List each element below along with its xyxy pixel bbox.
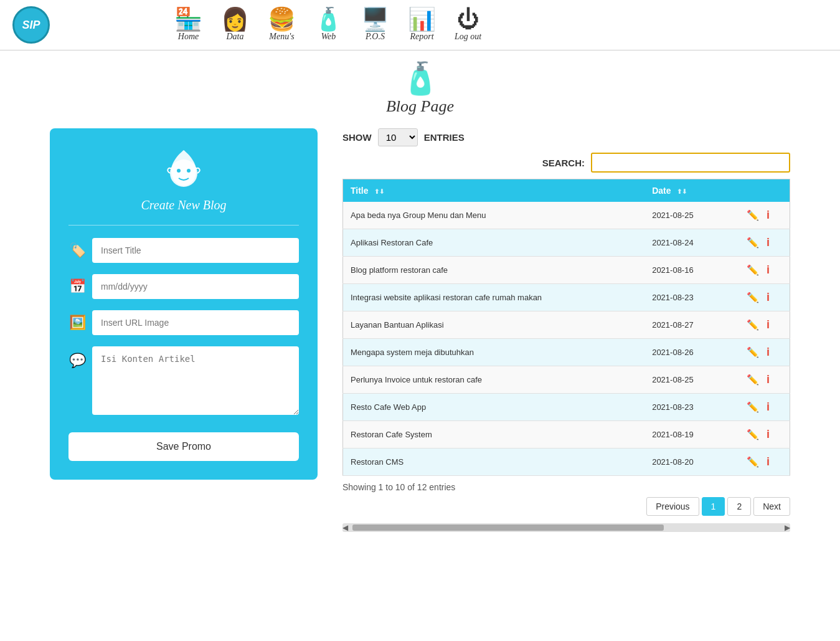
- entries-select[interactable]: 10 25 50 100: [378, 128, 418, 146]
- delete-button[interactable]: i: [764, 207, 772, 223]
- table-row: Apa beda nya Group Menu dan Menu 2021-08…: [343, 202, 790, 229]
- delete-button[interactable]: i: [764, 427, 772, 442]
- delete-button[interactable]: i: [764, 262, 772, 278]
- svg-point-1: [177, 169, 181, 173]
- cell-actions: ✏️ i: [727, 394, 790, 421]
- cell-actions: ✏️ i: [727, 229, 790, 257]
- tag-icon: 🏷️: [68, 242, 86, 259]
- pagination-row: Previous 1 2 Next: [342, 497, 790, 516]
- delete-button[interactable]: i: [764, 290, 772, 305]
- form-panel: Create New Blog 🏷️ 📅 🖼️ 💬 Save Promo: [50, 128, 318, 480]
- search-label: SEARCH:: [542, 158, 585, 168]
- cell-title: Layanan Bantuan Aplikasi: [343, 311, 645, 339]
- table-row: Integrasi website aplikasi restoran cafe…: [343, 284, 790, 311]
- cell-title: Apa beda nya Group Menu dan Menu: [343, 202, 645, 229]
- table-row: Mengapa system meja dibutuhkan 2021-08-2…: [343, 339, 790, 366]
- nav-report[interactable]: 📊 Report: [408, 8, 436, 42]
- scrollbar-thumb[interactable]: [352, 525, 664, 531]
- cell-title: Perlunya Invoice untuk restoran cafe: [343, 366, 645, 394]
- search-row: SEARCH:: [342, 153, 790, 173]
- delete-button[interactable]: i: [764, 454, 772, 470]
- horizontal-scrollbar[interactable]: ◀ ▶: [342, 523, 790, 532]
- cell-actions: ✏️ i: [727, 257, 790, 284]
- cell-title: Restoran CMS: [343, 449, 645, 476]
- edit-button[interactable]: ✏️: [744, 427, 762, 442]
- cell-date: 2021-08-24: [644, 229, 727, 257]
- table-controls: SHOW 10 25 50 100 ENTRIES: [342, 128, 790, 146]
- delete-button[interactable]: i: [764, 317, 772, 333]
- delete-button[interactable]: i: [764, 399, 772, 415]
- edit-button[interactable]: ✏️: [744, 208, 762, 222]
- edit-button[interactable]: ✏️: [744, 400, 762, 414]
- form-divider: [68, 225, 299, 226]
- table-row: Restoran Cafe System 2021-08-19 ✏️ i: [343, 421, 790, 449]
- logo[interactable]: SIP: [12, 6, 50, 44]
- cell-title: Resto Cafe Web App: [343, 394, 645, 421]
- nav-web-label: Web: [321, 32, 336, 42]
- cell-date: 2021-08-19: [644, 421, 727, 449]
- title-row: 🏷️: [68, 238, 299, 263]
- edit-button[interactable]: ✏️: [744, 345, 762, 359]
- nav-pos-label: P.O.S: [366, 32, 385, 42]
- nav-data[interactable]: 👩 Data: [221, 8, 249, 42]
- page-header: 🧴 Blog Page: [0, 50, 840, 122]
- nav-pos[interactable]: 🖥️ P.O.S: [361, 8, 389, 42]
- col-title[interactable]: Title ⬆⬇: [343, 179, 645, 202]
- edit-button[interactable]: ✏️: [744, 263, 762, 277]
- top-nav: SIP 🏪 Home 👩 Data 🍔 Menu's 🧴 Web 🖥️ P.O.…: [0, 0, 840, 50]
- edit-button[interactable]: ✏️: [744, 235, 762, 250]
- page-title: Blog Page: [386, 97, 454, 116]
- date-sort-arrows: ⬆⬇: [677, 188, 687, 195]
- edit-button[interactable]: ✏️: [744, 318, 762, 332]
- next-button[interactable]: Next: [753, 497, 790, 516]
- search-input[interactable]: [591, 153, 790, 173]
- cell-date: 2021-08-20: [644, 449, 727, 476]
- svg-point-2: [187, 169, 191, 173]
- col-date[interactable]: Date ⬆⬇: [644, 179, 727, 202]
- scroll-left-arrow[interactable]: ◀: [342, 523, 348, 532]
- page-1-button[interactable]: 1: [702, 497, 725, 516]
- cell-actions: ✏️ i: [727, 449, 790, 476]
- cell-title: Aplikasi Restoran Cafe: [343, 229, 645, 257]
- edit-button[interactable]: ✏️: [744, 290, 762, 305]
- cell-date: 2021-08-23: [644, 284, 727, 311]
- table-row: Layanan Bantuan Aplikasi 2021-08-27 ✏️ i: [343, 311, 790, 339]
- page-header-icon: 🧴: [401, 63, 440, 94]
- nav-logout[interactable]: ⏻ Log out: [455, 8, 481, 42]
- date-input[interactable]: [92, 274, 299, 299]
- edit-button[interactable]: ✏️: [744, 373, 762, 387]
- col-actions: [727, 179, 790, 202]
- delete-button[interactable]: i: [764, 372, 772, 387]
- delete-button[interactable]: i: [764, 235, 772, 250]
- delete-button[interactable]: i: [764, 344, 772, 360]
- web-icon: 🧴: [314, 8, 342, 31]
- nav-report-label: Report: [410, 32, 433, 42]
- scroll-right-arrow[interactable]: ▶: [785, 523, 790, 532]
- menus-icon: 🍔: [268, 8, 296, 31]
- cell-actions: ✏️ i: [727, 284, 790, 311]
- edit-button[interactable]: ✏️: [744, 455, 762, 469]
- cell-date: 2021-08-27: [644, 311, 727, 339]
- content-textarea[interactable]: [92, 346, 299, 415]
- prev-button[interactable]: Previous: [646, 497, 699, 516]
- save-button[interactable]: Save Promo: [68, 432, 299, 461]
- content-row: 💬: [68, 346, 299, 415]
- cell-actions: ✏️ i: [727, 366, 790, 394]
- nav-web[interactable]: 🧴 Web: [314, 8, 342, 42]
- cell-date: 2021-08-23: [644, 394, 727, 421]
- data-icon: 👩: [221, 8, 249, 31]
- cell-title: Blog platform restoran cafe: [343, 257, 645, 284]
- table-head: Title ⬆⬇ Date ⬆⬇: [343, 179, 790, 202]
- page-2-button[interactable]: 2: [727, 497, 751, 516]
- cell-title: Mengapa system meja dibutuhkan: [343, 339, 645, 366]
- pagination-info: Showing 1 to 10 of 12 entries: [342, 482, 790, 492]
- title-input[interactable]: [92, 238, 299, 263]
- home-icon: 🏪: [174, 8, 202, 31]
- calendar-icon: 📅: [68, 278, 86, 295]
- cell-title: Restoran Cafe System: [343, 421, 645, 449]
- nav-home[interactable]: 🏪 Home: [174, 8, 202, 42]
- cell-actions: ✏️ i: [727, 311, 790, 339]
- image-input[interactable]: [92, 310, 299, 335]
- nav-menus[interactable]: 🍔 Menu's: [268, 8, 296, 42]
- table-body: Apa beda nya Group Menu dan Menu 2021-08…: [343, 202, 790, 476]
